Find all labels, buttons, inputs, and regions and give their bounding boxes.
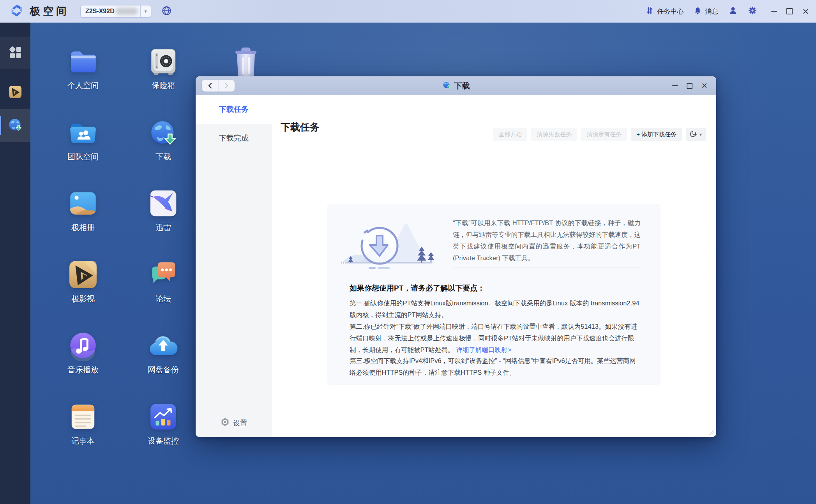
user-icon (728, 6, 738, 17)
download-app-window: 下载 ✕ 下载任务 下载完成 设置 (196, 76, 716, 437)
dock-sidebar (0, 23, 30, 504)
desktop-icon-download[interactable]: 下载 (134, 117, 193, 180)
window-minimize-button[interactable] (672, 85, 678, 86)
desktop-icon-notepad[interactable]: 记事本 (54, 402, 112, 464)
download-globe-mini-icon (7, 117, 23, 134)
bell-icon (694, 7, 702, 16)
window-nav-sidebar: 下载任务 下载完成 设置 (196, 95, 272, 437)
music-player-icon (68, 330, 98, 361)
sidebar-item-download[interactable] (0, 109, 30, 142)
desktop-icon-thunder[interactable]: 迅雷 (134, 188, 193, 250)
desktop-icon-team-space[interactable]: 团队空间 (54, 117, 112, 180)
close-button[interactable]: ✕ (802, 7, 809, 16)
team-space-folder-icon (68, 117, 98, 148)
pt-points-title: 如果你想使用PT，请务必了解以下要点： (350, 283, 485, 293)
brand-title: 极空间 (30, 4, 69, 18)
zspace-logo-icon (9, 3, 24, 19)
start-all-button[interactable]: 全部开始 (493, 128, 527, 141)
app-window-controls: ✕ (771, 7, 809, 16)
desktop-icon-device-monitor[interactable]: 设备监控 (134, 402, 193, 464)
window-close-button[interactable]: ✕ (701, 82, 708, 90)
window-controls: ✕ (672, 76, 708, 95)
desktop-icon-label: 个人空间 (67, 80, 99, 91)
clear-all-button[interactable]: 清除所有任务 (581, 128, 627, 141)
desktop-icon-label: 下载 (155, 152, 171, 162)
desktop-icon-label: 团队空间 (67, 152, 99, 162)
app-grid-icon (7, 44, 23, 62)
messages-button[interactable]: 消息 (694, 7, 718, 16)
sort-order-button[interactable]: ▼ (686, 128, 706, 141)
device-selector[interactable]: Z2S-X92D ▼ (80, 5, 151, 18)
pt-info-panel: “下载”可以用来下载 HTTP/FTP/BT 协议的下载链接，种子，磁力链，但与… (327, 204, 661, 385)
desktop-icon-safe-box[interactable]: 保险箱 (134, 46, 193, 108)
download-app-title-icon (442, 81, 451, 91)
zspace-video-icon (68, 259, 98, 290)
desktop-icon-label: 记事本 (71, 436, 95, 446)
device-name: Z2S-X92D (85, 8, 115, 15)
window-title: 下载 (196, 76, 716, 95)
zspace-video-mini-icon (8, 85, 22, 100)
desktop-icon-label: 保险箱 (152, 80, 175, 91)
page-title: 下载任务 (281, 121, 320, 134)
window-title-text: 下载 (454, 81, 470, 91)
sidebar-item-app-grid[interactable] (0, 37, 30, 69)
settings-gear-icon (221, 418, 230, 428)
settings-button[interactable] (748, 6, 757, 17)
trash-icon[interactable] (233, 47, 259, 79)
window-title-bar[interactable]: 下载 ✕ (196, 76, 716, 95)
download-intro-text: “下载”可以用来下载 HTTP/FTP/BT 协议的下载链接，种子，磁力链，但与… (453, 217, 641, 264)
window-main-area: 下载任务 全部开始 清除失败任务 清除所有任务 + 添加下载任务 ▼ (272, 95, 716, 437)
desktop-icon-cloud-backup[interactable]: 网盘备份 (134, 330, 193, 393)
desktop-icon-label: 设备监控 (148, 436, 179, 446)
pt-point-1: 第一.确认你使用的PT站支持Linux版transmission。极空间下载采用… (350, 297, 641, 321)
notepad-icon (68, 402, 98, 432)
clear-failed-button[interactable]: 清除失败任务 (531, 128, 577, 141)
pt-point-2: 第二.你已经针对“下载”做了外网端口映射，端口号请在下载的设置中查看，默认为51… (350, 321, 641, 356)
desktop-icon-label: 极影视 (71, 294, 95, 304)
user-account-button[interactable] (728, 6, 738, 17)
download-illustration (339, 212, 441, 280)
desktop-icon-label: 音乐播放 (67, 365, 99, 375)
pt-point-3: 第三.极空间下载支持IPv4和IPv6，可以到“设备监控” - “网络信息”中查… (350, 355, 641, 378)
task-center-label: 任务中心 (657, 7, 684, 16)
settings-label: 设置 (233, 418, 247, 428)
minimize-button[interactable] (771, 11, 777, 12)
photo-album-icon (68, 188, 98, 219)
desktop-icon-photo-album[interactable]: 极相册 (54, 188, 112, 250)
task-center-icon (645, 6, 654, 16)
download-globe-icon (148, 117, 178, 148)
sidebar-item-zspace-video[interactable] (0, 76, 30, 109)
desktop-icon-label: 网盘备份 (148, 365, 179, 375)
task-center-button[interactable]: 任务中心 (645, 6, 684, 16)
divider (453, 268, 641, 268)
cloud-backup-icon (148, 330, 178, 361)
add-download-task-button[interactable]: + 添加下载任务 (631, 128, 682, 141)
port-mapping-link[interactable]: 详细了解端口映射> (456, 346, 511, 353)
device-caret-icon[interactable]: ▼ (140, 5, 151, 17)
thunder-bird-icon (148, 188, 178, 219)
maximize-button[interactable] (786, 8, 793, 14)
personal-space-folder-icon (68, 46, 98, 76)
desktop-icon-label: 论坛 (155, 294, 171, 304)
desktop-icon-forum[interactable]: 论坛 (134, 259, 193, 322)
gear-icon (748, 6, 757, 17)
messages-label: 消息 (705, 7, 718, 16)
window-maximize-button[interactable] (687, 83, 692, 89)
sort-caret-icon: ▼ (699, 132, 703, 137)
safe-box-icon (148, 46, 178, 76)
nav-item-download-completed[interactable]: 下载完成 (196, 124, 272, 153)
zspace-desktop-app: 极空间 Z2S-X92D ▼ 任务中心 (0, 0, 816, 504)
desktop-icon-zspace-video[interactable]: 极影视 (54, 259, 112, 322)
topbar-right-cluster: 任务中心 消息 (645, 0, 809, 23)
top-bar: 极空间 Z2S-X92D ▼ 任务中心 (0, 0, 816, 23)
desktop-icon-music-player[interactable]: 音乐播放 (54, 330, 112, 393)
nav-item-download-tasks[interactable]: 下载任务 (196, 95, 272, 124)
window-resize-handle[interactable] (708, 430, 714, 435)
desktop-icon-label: 迅雷 (155, 222, 171, 233)
forum-chat-icon (148, 259, 178, 290)
device-monitor-icon (148, 402, 178, 432)
nav-settings-button[interactable]: 设置 (196, 418, 272, 428)
redacted-device-suffix (115, 8, 138, 15)
desktop-icon-personal-space[interactable]: 个人空间 (54, 46, 112, 108)
network-globe-icon[interactable] (161, 5, 172, 18)
